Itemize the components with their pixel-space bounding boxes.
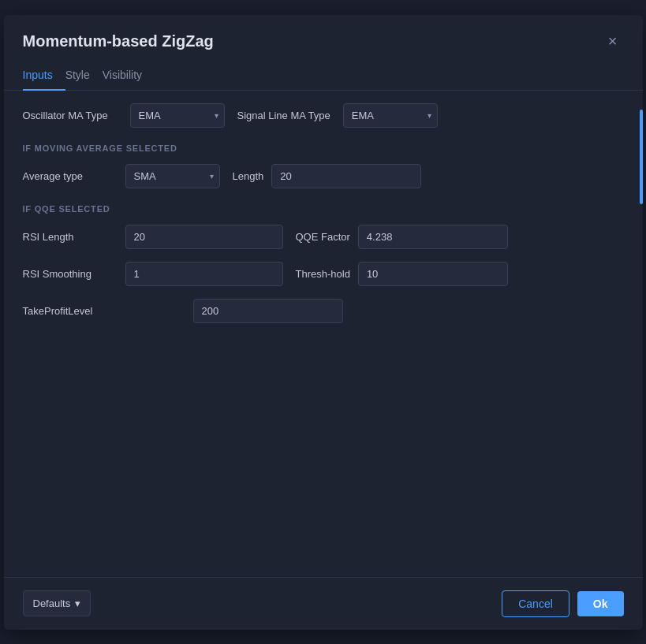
signal-line-ma-label: Signal Line MA Type: [237, 110, 330, 121]
rsi-length-pair: RSI Length: [23, 225, 283, 249]
qqe-factor-label: QQE Factor: [296, 231, 350, 243]
tab-style[interactable]: Style: [65, 62, 103, 91]
defaults-chevron-icon: ▾: [75, 597, 80, 609]
close-icon: ×: [608, 32, 618, 50]
tab-visibility[interactable]: Visibility: [103, 62, 155, 91]
rsi-smoothing-pair: RSI Smoothing: [23, 262, 283, 286]
qqe-factor-pair: QQE Factor: [296, 225, 508, 249]
cancel-button[interactable]: Cancel: [502, 590, 569, 617]
momentum-zigzag-dialog: Momentum-based ZigZag × Inputs Style Vis…: [4, 15, 643, 630]
average-type-label: Average type: [23, 170, 118, 182]
signal-line-ma-select[interactable]: EMA SMA WMA HMA RMA: [343, 103, 438, 128]
tab-bar: Inputs Style Visibility: [4, 62, 643, 91]
defaults-label: Defaults: [33, 597, 71, 609]
average-type-select[interactable]: SMA EMA WMA HMA RMA: [125, 164, 220, 188]
scrollbar-thumb[interactable]: [640, 110, 643, 204]
length-pair: Length: [233, 164, 422, 188]
moving-average-section-label: IF MOVING AVERAGE SELECTED: [23, 143, 624, 153]
dialog-body: Oscillator MA Type EMA SMA WMA HMA RMA ▾…: [4, 91, 643, 577]
oscillator-ma-label: Oscillator MA Type: [23, 110, 118, 121]
qqe-row2: RSI Smoothing Thresh-hold: [23, 262, 624, 286]
threshold-pair: Thresh-hold: [296, 262, 508, 286]
rsi-length-label: RSI Length: [23, 231, 118, 243]
tab-inputs[interactable]: Inputs: [23, 62, 65, 91]
rsi-smoothing-label: RSI Smoothing: [23, 268, 118, 280]
ok-button[interactable]: Ok: [577, 591, 624, 616]
rsi-smoothing-input[interactable]: [125, 262, 283, 286]
qqe-factor-input[interactable]: [358, 225, 508, 249]
moving-average-row: Average type SMA EMA WMA HMA RMA ▾ Lengt…: [23, 164, 624, 188]
dialog-title: Momentum-based ZigZag: [23, 32, 214, 50]
dialog-header: Momentum-based ZigZag ×: [4, 15, 643, 62]
close-button[interactable]: ×: [602, 31, 624, 53]
rsi-length-input[interactable]: [125, 225, 283, 249]
oscillator-ma-select[interactable]: EMA SMA WMA HMA RMA: [130, 103, 225, 128]
take-profit-row: TakeProfitLevel: [23, 299, 624, 323]
footer-actions: Cancel Ok: [502, 590, 623, 617]
take-profit-label: TakeProfitLevel: [23, 305, 181, 317]
take-profit-input[interactable]: [193, 299, 343, 323]
defaults-button[interactable]: Defaults ▾: [23, 590, 91, 616]
qqe-row1: RSI Length QQE Factor: [23, 225, 624, 249]
oscillator-ma-wrapper: EMA SMA WMA HMA RMA ▾: [130, 103, 225, 128]
average-type-pair: Average type SMA EMA WMA HMA RMA ▾: [23, 164, 220, 188]
ma-type-row: Oscillator MA Type EMA SMA WMA HMA RMA ▾…: [23, 103, 624, 128]
signal-line-ma-wrapper: EMA SMA WMA HMA RMA ▾: [343, 103, 438, 128]
average-type-wrapper: SMA EMA WMA HMA RMA ▾: [125, 164, 220, 188]
length-input[interactable]: [271, 164, 421, 188]
length-label: Length: [233, 170, 264, 182]
threshold-input[interactable]: [358, 262, 508, 286]
dialog-footer: Defaults ▾ Cancel Ok: [4, 577, 643, 630]
threshold-label: Thresh-hold: [296, 268, 350, 280]
qqe-section-label: IF QQE SELECTED: [23, 204, 624, 214]
